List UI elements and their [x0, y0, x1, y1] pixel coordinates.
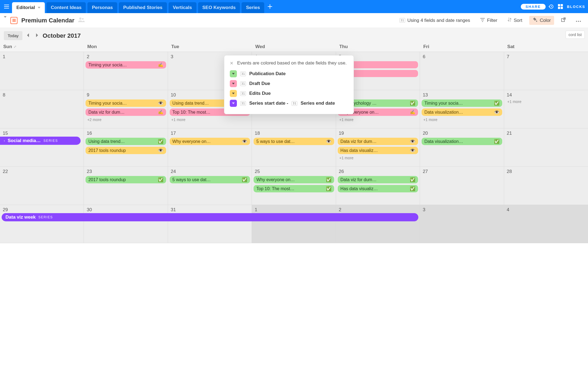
calendar-cell[interactable]: 20Data visualization…✅ — [420, 128, 504, 167]
calendar-cell[interactable]: 1 — [252, 205, 336, 243]
tab-label: Published Stories — [123, 5, 163, 10]
calendar-event[interactable]: Top 10: The most…✅ — [254, 185, 334, 192]
calendar-cell[interactable]: 29 — [0, 205, 84, 243]
weekday-header: Sun⤢ — [0, 42, 84, 52]
calendar-cell[interactable]: 232017 tools roundup✅ — [84, 167, 168, 205]
more-events-link[interactable]: +1 more — [506, 99, 586, 104]
calendar-event[interactable]: Using data trend…✅ — [86, 138, 166, 145]
color-swatch[interactable] — [230, 100, 237, 107]
more-events-link[interactable]: +1 more — [422, 117, 502, 122]
calendar-cell[interactable]: 30 — [84, 205, 168, 243]
calendar-event[interactable]: Why everyone on…👁️ — [170, 138, 250, 145]
calendar-cell[interactable]: 245 ways to use dat…✅ — [168, 167, 252, 205]
tab-editorial[interactable]: Editorial — [12, 2, 45, 13]
collapse-icon[interactable]: ⤢ — [14, 45, 16, 49]
calendar-cell[interactable]: 7 — [504, 52, 588, 90]
legend-label: Series start date - — [249, 101, 288, 106]
more-events-link[interactable]: +1 more — [338, 117, 418, 122]
calendar-event[interactable]: Timing your socia…👁️ — [86, 99, 166, 107]
today-button[interactable]: Today — [4, 31, 22, 40]
chevron-down-icon — [232, 73, 235, 75]
weekday-label: Wed — [255, 44, 265, 49]
calendar-cell[interactable]: 31 — [168, 205, 252, 243]
calendar-cell[interactable]: 26Data viz for dum…✅Has data visualiz…✅ — [336, 167, 420, 205]
calendar-cell[interactable]: 8 — [0, 90, 84, 128]
calendar-event[interactable]: Why everyone on…✅ — [254, 176, 334, 183]
event-title: Using data trend… — [88, 139, 125, 144]
prev-month-button[interactable] — [25, 32, 31, 40]
svg-rect-8 — [558, 7, 560, 9]
calendar-cell[interactable]: 25Why everyone on…✅Top 10: The most…✅ — [252, 167, 336, 205]
calendar-cell[interactable]: 16Using data trend…✅2017 tools roundup👁️ — [84, 128, 168, 167]
view-name[interactable]: Premium Calendar — [21, 17, 74, 24]
more-events-link[interactable]: +2 more — [86, 117, 166, 122]
tab-personas[interactable]: Personas — [87, 2, 117, 13]
calendar-cell[interactable]: 2 — [336, 205, 420, 243]
calendar-event[interactable]: 2017 tools roundup✅ — [86, 176, 166, 183]
tab-series[interactable]: Series — [242, 2, 264, 13]
tab-published-stories[interactable]: Published Stories — [119, 2, 167, 13]
calendar-cell[interactable]: 15 — [0, 128, 84, 167]
fields-summary-button[interactable]: 31 Using 4 fields and date ranges — [396, 16, 474, 25]
tab-seo-keywords[interactable]: SEO Keywords — [198, 2, 240, 13]
day-number: 29 — [2, 207, 82, 213]
calendar-cell[interactable]: 13Timing your socia…✅Data visualization…… — [420, 90, 504, 128]
calendar-event[interactable]: Timing your socia…✅ — [422, 99, 502, 107]
calendar-cell[interactable]: 2Timing your socia…✍️ — [84, 52, 168, 90]
calendar-event[interactable]: Has data visualiz…✅ — [338, 185, 418, 192]
calendar-cell[interactable]: 6 — [420, 52, 504, 90]
tab-verticals[interactable]: Verticals — [169, 2, 196, 13]
more-events-link[interactable]: +1 more — [170, 117, 250, 122]
calendar-event[interactable]: 5 ways to use dat…👁️ — [254, 138, 334, 145]
calendar-event[interactable]: 2017 tools roundup👁️ — [86, 147, 166, 154]
calendar-cell[interactable]: 28 — [504, 167, 588, 205]
event-status-icon: ✅ — [410, 101, 415, 106]
calendar-event[interactable]: Data visualization…✅ — [422, 138, 502, 145]
view-menu-caret[interactable] — [4, 18, 7, 23]
color-button[interactable]: Color — [529, 16, 554, 25]
calendar-event[interactable]: Data visualization…👁️ — [422, 108, 502, 116]
calendar-event[interactable]: 5 ways to use dat…✅ — [170, 176, 250, 183]
sort-button[interactable]: Sort — [504, 16, 525, 25]
color-label: Color — [540, 18, 551, 23]
color-swatch[interactable] — [230, 90, 237, 97]
calendar-cell[interactable]: 1 — [0, 52, 84, 90]
calendar-cell[interactable]: 17Why everyone on…👁️ — [168, 128, 252, 167]
calendar-cell[interactable]: 4 — [504, 205, 588, 243]
filter-button[interactable]: Filter — [477, 16, 501, 25]
calendar-cell[interactable]: 21 — [504, 128, 588, 167]
event-status-icon: ✅ — [158, 177, 163, 182]
color-swatch[interactable] — [230, 80, 237, 87]
calendar-cell[interactable]: 3 — [420, 205, 504, 243]
calendar-cell[interactable]: 185 ways to use dat…👁️ — [252, 128, 336, 167]
history-icon[interactable] — [547, 3, 555, 10]
calendar-event[interactable]: Has data visualiz…👁️ — [338, 147, 418, 154]
calendar-cell[interactable]: 14+1 more — [504, 90, 588, 128]
next-month-button[interactable] — [34, 32, 40, 40]
calendar-cell[interactable]: 27 — [420, 167, 504, 205]
more-button[interactable] — [573, 16, 584, 25]
series-event-stripe[interactable]: ‹Social media…SERIES — [0, 137, 81, 145]
sort-icon — [508, 17, 511, 23]
add-table-button[interactable] — [266, 2, 274, 11]
blocks-icon[interactable] — [557, 3, 564, 10]
event-title: Using data trend… — [172, 101, 209, 106]
tab-content-ideas[interactable]: Content Ideas — [46, 2, 86, 13]
more-events-link[interactable]: +1 more — [338, 156, 418, 160]
calendar-cell[interactable]: 22 — [0, 167, 84, 205]
share-view-button[interactable] — [558, 16, 569, 25]
collaborators-icon[interactable] — [78, 17, 85, 23]
blocks-label[interactable]: BLOCKS — [567, 5, 585, 9]
calendar-event[interactable]: Data viz for dum…👁️ — [338, 138, 418, 145]
series-event-stripe[interactable]: Data viz weekSERIES — [2, 213, 418, 221]
close-icon[interactable]: ✕ — [230, 61, 233, 66]
calendar-event[interactable]: Timing your socia…✍️ — [86, 61, 166, 69]
color-swatch[interactable] — [230, 70, 237, 77]
calendar-event[interactable]: Data viz for dum…✍️ — [86, 108, 166, 116]
calendar-cell[interactable]: 9Timing your socia…👁️Data viz for dum…✍️… — [84, 90, 168, 128]
record-list-button[interactable]: cord list — [566, 31, 585, 39]
calendar-cell[interactable]: 19Data viz for dum…👁️Has data visualiz…👁… — [336, 128, 420, 167]
calendar-event[interactable]: Data viz for dum…✅ — [338, 176, 418, 183]
share-button[interactable]: SHARE — [521, 4, 546, 10]
hamburger-icon[interactable] — [3, 3, 10, 10]
